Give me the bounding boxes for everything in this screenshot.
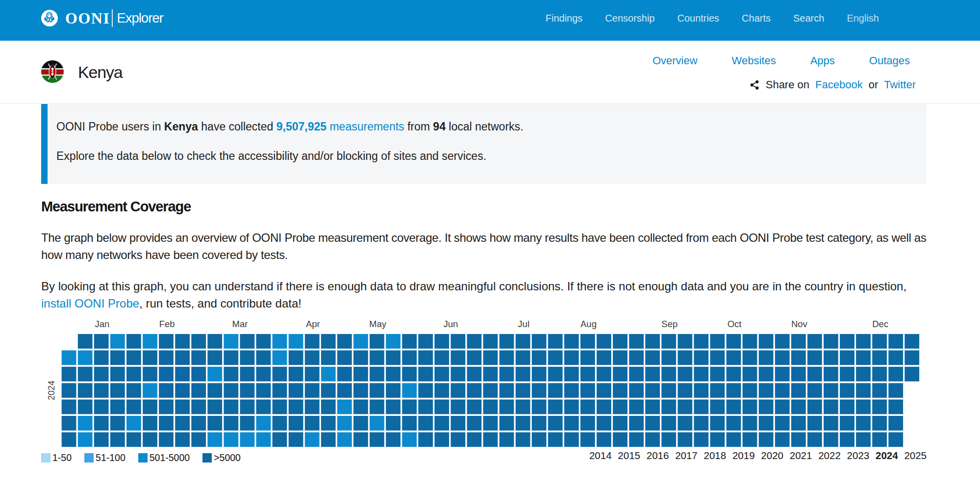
heatmap-cell[interactable] (645, 367, 660, 382)
heatmap-cell[interactable] (353, 416, 368, 431)
heatmap-cell[interactable] (759, 416, 774, 431)
heatmap-cell[interactable] (807, 383, 822, 398)
country-tab-overview[interactable]: Overview (653, 54, 698, 67)
heatmap-cell[interactable] (483, 432, 498, 447)
heatmap-cell[interactable] (337, 400, 352, 414)
heatmap-cell[interactable] (516, 334, 530, 349)
heatmap-cell[interactable] (240, 334, 255, 349)
heatmap-cell[interactable] (402, 367, 417, 382)
heatmap-cell[interactable] (256, 350, 271, 365)
heatmap-cell[interactable] (159, 367, 174, 382)
heatmap-cell[interactable] (143, 432, 157, 447)
heatmap-cell[interactable] (710, 383, 725, 398)
heatmap-cell[interactable] (888, 400, 903, 414)
year-item-2018[interactable]: 2018 (704, 449, 727, 462)
year-item-2017[interactable]: 2017 (675, 449, 698, 462)
heatmap-cell[interactable] (159, 432, 174, 447)
heatmap-cell[interactable] (207, 416, 222, 431)
year-item-2021[interactable]: 2021 (790, 449, 812, 462)
heatmap-cell[interactable] (191, 383, 206, 398)
heatmap-cell[interactable] (775, 334, 790, 349)
heatmap-cell[interactable] (759, 383, 774, 398)
heatmap-cell[interactable] (273, 416, 287, 431)
heatmap-cell[interactable] (564, 400, 579, 414)
heatmap-cell[interactable] (143, 416, 157, 431)
heatmap-cell[interactable] (775, 350, 790, 365)
heatmap-cell[interactable] (743, 334, 757, 349)
heatmap-cell[interactable] (759, 367, 774, 382)
heatmap-cell[interactable] (467, 334, 482, 349)
heatmap-cell[interactable] (564, 350, 579, 365)
heatmap-cell[interactable] (613, 383, 628, 398)
heatmap-cell[interactable] (321, 400, 336, 414)
heatmap-cell[interactable] (289, 432, 303, 447)
heatmap-cell[interactable] (207, 367, 222, 382)
heatmap-cell[interactable] (337, 334, 352, 349)
heatmap-cell[interactable] (159, 350, 174, 365)
heatmap-cell[interactable] (175, 432, 190, 447)
heatmap-cell[interactable] (905, 334, 919, 349)
heatmap-cell[interactable] (402, 383, 417, 398)
heatmap-cell[interactable] (645, 383, 660, 398)
heatmap-cell[interactable] (759, 350, 774, 365)
heatmap-cell[interactable] (759, 400, 774, 414)
heatmap-cell[interactable] (678, 334, 692, 349)
heatmap-cell[interactable] (321, 416, 336, 431)
heatmap-cell[interactable] (110, 334, 125, 349)
heatmap-cell[interactable] (661, 416, 676, 431)
heatmap-cell[interactable] (256, 400, 271, 414)
heatmap-cell[interactable] (353, 334, 368, 349)
heatmap-cell[interactable] (743, 367, 757, 382)
heatmap-cell[interactable] (451, 334, 465, 349)
heatmap-cell[interactable] (516, 432, 530, 447)
heatmap-cell[interactable] (645, 432, 660, 447)
heatmap-cell[interactable] (645, 334, 660, 349)
heatmap-cell[interactable] (824, 416, 838, 431)
heatmap-cell[interactable] (694, 383, 708, 398)
heatmap-cell[interactable] (386, 383, 401, 398)
heatmap-cell[interactable] (240, 367, 255, 382)
country-tab-apps[interactable]: Apps (810, 54, 835, 67)
heatmap-cell[interactable] (727, 416, 741, 431)
heatmap-cell[interactable] (94, 416, 109, 431)
heatmap-cell[interactable] (370, 432, 384, 447)
country-tab-outages[interactable]: Outages (869, 54, 910, 67)
heatmap-cell[interactable] (418, 432, 433, 447)
heatmap-cell[interactable] (694, 350, 708, 365)
language-selector[interactable]: English (847, 13, 879, 24)
heatmap-cell[interactable] (694, 334, 708, 349)
heatmap-cell[interactable] (532, 350, 547, 365)
heatmap-cell[interactable] (807, 416, 822, 431)
heatmap-cell[interactable] (678, 432, 692, 447)
year-item-2015[interactable]: 2015 (618, 449, 640, 462)
heatmap-cell[interactable] (191, 400, 206, 414)
heatmap-cell[interactable] (580, 432, 595, 447)
heatmap-cell[interactable] (207, 334, 222, 349)
heatmap-cell[interactable] (240, 416, 255, 431)
heatmap-cell[interactable] (775, 432, 790, 447)
heatmap-cell[interactable] (710, 400, 725, 414)
heatmap-cell[interactable] (613, 400, 628, 414)
heatmap-cell[interactable] (94, 400, 109, 414)
year-item-2022[interactable]: 2022 (818, 449, 841, 462)
heatmap-cell[interactable] (370, 350, 384, 365)
heatmap-cell[interactable] (467, 367, 482, 382)
heatmap-cell[interactable] (321, 383, 336, 398)
heatmap-cell[interactable] (824, 383, 838, 398)
heatmap-cell[interactable] (353, 367, 368, 382)
heatmap-cell[interactable] (629, 350, 644, 365)
heatmap-cell[interactable] (159, 334, 174, 349)
heatmap-cell[interactable] (78, 432, 93, 447)
heatmap-cell[interactable] (175, 383, 190, 398)
heatmap-cell[interactable] (386, 367, 401, 382)
nav-item-findings[interactable]: Findings (546, 13, 583, 24)
heatmap-cell[interactable] (321, 334, 336, 349)
heatmap-cell[interactable] (532, 334, 547, 349)
heatmap-cell[interactable] (872, 350, 887, 365)
heatmap-cell[interactable] (94, 432, 109, 447)
heatmap-cell[interactable] (273, 400, 287, 414)
heatmap-cell[interactable] (710, 432, 725, 447)
heatmap-cell[interactable] (175, 400, 190, 414)
heatmap-cell[interactable] (207, 400, 222, 414)
heatmap-cell[interactable] (191, 432, 206, 447)
